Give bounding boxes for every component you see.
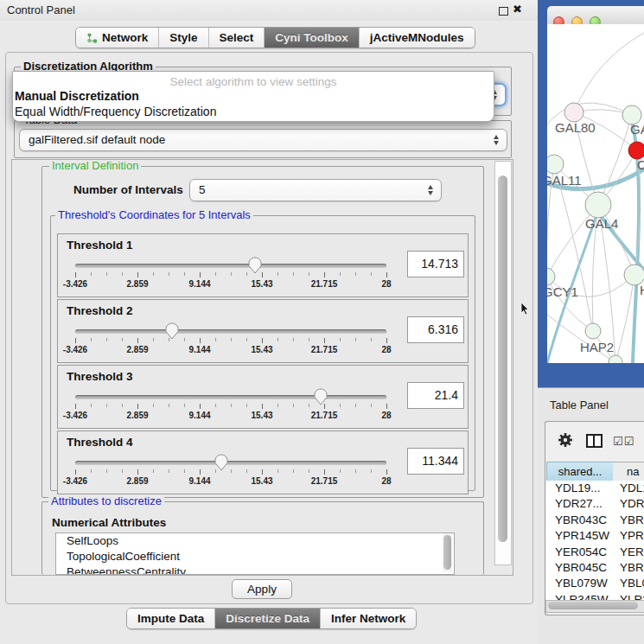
cell-shared-name: YPR145W bbox=[555, 528, 609, 544]
threshold-value-field[interactable]: 11.344 bbox=[407, 448, 464, 475]
slider-thumb[interactable] bbox=[214, 454, 228, 471]
slider-thumb[interactable] bbox=[314, 388, 328, 405]
threshold-value-field[interactable]: 21.4 bbox=[407, 382, 464, 409]
network-edge[interactable] bbox=[574, 33, 644, 112]
numerical-attributes-list[interactable]: SelfLoopsTopologicalCoefficientBetweenne… bbox=[55, 532, 455, 575]
table-row[interactable]: YBR045CYBR0 bbox=[546, 560, 644, 576]
slider-tick bbox=[200, 469, 201, 475]
slider-thumb[interactable] bbox=[248, 257, 262, 274]
table-row[interactable]: YBL079WYBL0 bbox=[546, 576, 644, 591]
scrollbar-thumb[interactable] bbox=[498, 175, 507, 542]
tab-impute-data[interactable]: Impute Data bbox=[127, 609, 215, 628]
tab-discretize-data[interactable]: Discretize Data bbox=[215, 609, 321, 628]
slider-tick bbox=[169, 272, 169, 276]
tab-infer-network[interactable]: Infer Network bbox=[321, 609, 416, 628]
attribute-list-item[interactable]: SelfLoops bbox=[56, 533, 454, 549]
apply-button[interactable]: Apply bbox=[232, 579, 292, 599]
close-icon[interactable]: ✖ bbox=[513, 3, 522, 16]
slider-tick bbox=[137, 272, 138, 277]
slider-track[interactable] bbox=[75, 395, 386, 399]
tab-label: Discretize Data bbox=[226, 609, 309, 628]
table-data-combobox[interactable]: galFiltered.sif default node bbox=[19, 129, 507, 151]
attribute-list-item[interactable]: TopologicalCoefficient bbox=[56, 549, 454, 564]
slider-tick bbox=[371, 469, 372, 473]
threshold-panel-2: Threshold 2-3.4262.8599.14415.4321.71528… bbox=[57, 299, 469, 363]
network-edge[interactable] bbox=[598, 115, 632, 205]
slider-tick bbox=[371, 338, 372, 341]
tab-cyni-toolbox[interactable]: Cyni Toolbox bbox=[265, 28, 360, 48]
tab-label: Style bbox=[169, 28, 197, 48]
network-node-hap2[interactable] bbox=[585, 323, 601, 339]
tick-label: 9.144 bbox=[179, 345, 220, 354]
slider-tick bbox=[184, 272, 185, 276]
network-node-gal11[interactable] bbox=[547, 155, 564, 174]
scrollbar-thumb[interactable] bbox=[443, 535, 451, 570]
popup-option-equal-width[interactable]: Equal Width/Frequency Discretization bbox=[15, 105, 216, 118]
num-intervals-combobox[interactable]: 5 bbox=[189, 179, 442, 201]
network-graph[interactable]: GAL80GACGAL11GAL4GCY1HHAP2 bbox=[547, 24, 644, 363]
select-columns-icon[interactable]: ☑☑ bbox=[613, 435, 634, 448]
table-row[interactable]: YPR145WYPR1 bbox=[546, 528, 644, 544]
split-columns-icon[interactable] bbox=[586, 434, 603, 448]
tick-label: 9.144 bbox=[179, 476, 220, 486]
network-node-gcy1[interactable] bbox=[547, 268, 555, 285]
network-node-gal4[interactable] bbox=[585, 192, 611, 218]
tab-jactivemnodules[interactable]: jActiveMNodules bbox=[360, 28, 475, 48]
slider-tick bbox=[293, 272, 294, 276]
slider-tick bbox=[75, 338, 76, 343]
threshold-panel-4: Threshold 4-3.4262.8599.14415.4321.71528… bbox=[57, 430, 469, 494]
table-row[interactable]: YDR27...YDR2 bbox=[546, 496, 644, 512]
slider-tick bbox=[169, 404, 169, 407]
table-row[interactable]: YLR345WYLR3 bbox=[546, 592, 644, 600]
slider-thumb[interactable] bbox=[165, 322, 179, 340]
network-node-gal80[interactable] bbox=[564, 103, 583, 122]
tick-label: 2.859 bbox=[117, 279, 158, 289]
slider-tick bbox=[122, 338, 123, 341]
attribute-list-item[interactable]: BetweennessCentrality bbox=[56, 564, 454, 575]
horizontal-scrollbar[interactable] bbox=[545, 600, 644, 613]
tab-style[interactable]: Style bbox=[159, 28, 208, 48]
threshold-value-field[interactable]: 14.713 bbox=[407, 251, 464, 277]
slider-track[interactable] bbox=[75, 461, 386, 465]
tab-label: Select bbox=[220, 28, 254, 48]
table-row[interactable]: YER054CYER0 bbox=[546, 545, 644, 560]
tick-label: 21.715 bbox=[303, 345, 345, 354]
algorithm-dropdown-popup: Select algorithm to view settings Manual… bbox=[12, 71, 494, 122]
column-header-shared-name[interactable]: shared... bbox=[546, 462, 614, 481]
gear-icon[interactable] bbox=[558, 432, 573, 448]
threshold-label: Threshold 2 bbox=[67, 304, 133, 317]
vertical-scrollbar[interactable] bbox=[494, 161, 512, 565]
panel-title: Control Panel bbox=[7, 3, 75, 16]
slider-track[interactable] bbox=[75, 264, 386, 268]
slider-tick bbox=[200, 272, 201, 277]
slider-tick bbox=[75, 272, 76, 277]
slider-tick bbox=[122, 272, 123, 276]
node-label: C bbox=[637, 157, 644, 172]
attributes-scrollbar[interactable] bbox=[443, 533, 452, 572]
slider-tick bbox=[371, 272, 372, 276]
slider-track[interactable] bbox=[75, 329, 386, 334]
column-header-name[interactable]: na bbox=[613, 462, 644, 481]
slider-tick bbox=[106, 272, 107, 276]
slider-tick bbox=[137, 404, 138, 409]
network-edge[interactable] bbox=[547, 311, 615, 362]
node-label: GAL4 bbox=[585, 216, 618, 231]
cell-shared-name: YDR27... bbox=[555, 496, 603, 512]
network-view-canvas[interactable]: GAL80GACGAL11GAL4GCY1HHAP2 bbox=[547, 24, 644, 363]
slider-tick bbox=[277, 404, 278, 407]
network-node-c[interactable] bbox=[628, 142, 644, 159]
popup-option-manual[interactable]: Manual Discretization bbox=[15, 89, 139, 103]
table-row[interactable]: YDL19...YDL1 bbox=[546, 481, 644, 496]
tab-network[interactable]: Network bbox=[76, 28, 159, 48]
scrollbar-thumb[interactable] bbox=[548, 602, 638, 609]
slider-tick bbox=[231, 338, 232, 341]
tab-label: Infer Network bbox=[331, 609, 405, 628]
float-window-icon[interactable] bbox=[499, 7, 508, 16]
table-row[interactable]: YBR043CYBR0 bbox=[546, 513, 644, 528]
slider-tick bbox=[355, 404, 356, 407]
slider-tick bbox=[91, 338, 92, 341]
threshold-value-field[interactable]: 6.316 bbox=[407, 316, 464, 343]
tab-select[interactable]: Select bbox=[209, 28, 265, 48]
tick-label: 2.859 bbox=[117, 411, 158, 420]
algorithm-hint: Select algorithm to view settings bbox=[13, 75, 494, 88]
